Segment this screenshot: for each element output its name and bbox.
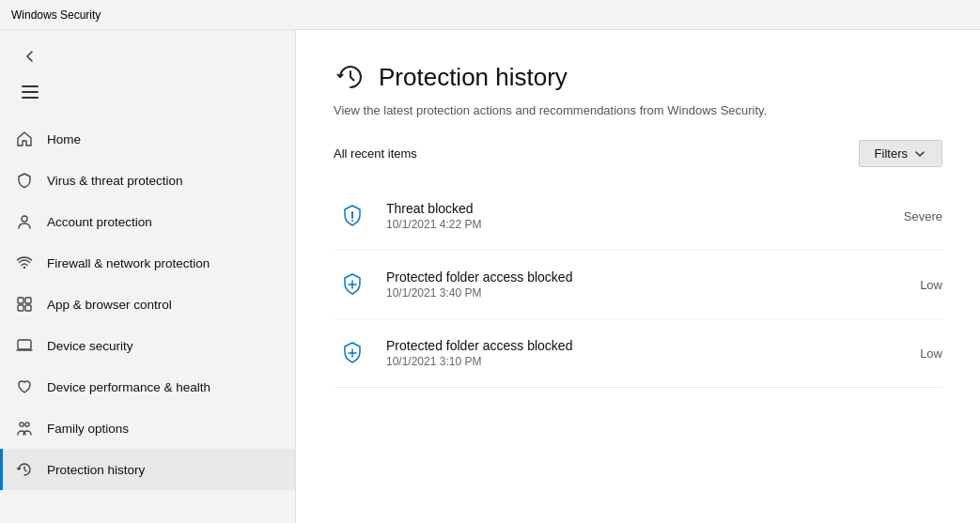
sidebar-item-virus[interactable]: Virus & threat protection <box>0 160 295 201</box>
svg-point-8 <box>25 423 29 426</box>
hamburger-line-2 <box>22 91 39 93</box>
item-severity-0: Severe <box>867 209 942 223</box>
nav-menu: Home Virus & threat protection <box>0 118 295 490</box>
item-info-0: Threat blocked 10/1/2021 4:22 PM <box>386 201 867 231</box>
sidebar-item-app-browser[interactable]: App & browser control <box>0 284 295 325</box>
heart-icon <box>15 377 34 396</box>
sidebar-item-label-protection-history: Protection history <box>47 463 145 477</box>
page-header: Protection history <box>334 60 942 94</box>
svg-point-10 <box>351 220 353 222</box>
item-shield-icon-2 <box>334 334 371 372</box>
item-severity-2: Low <box>867 346 942 361</box>
sidebar-item-label-device-health: Device performance & health <box>47 380 210 394</box>
sidebar-item-label-family: Family options <box>47 422 129 436</box>
history-list: Threat blocked 10/1/2021 4:22 PM Severe … <box>334 182 942 388</box>
sidebar-item-label-home: Home <box>47 132 81 146</box>
home-icon <box>15 130 34 148</box>
sidebar-item-family[interactable]: Family options <box>0 408 295 449</box>
sidebar-item-label-device-security: Device security <box>47 339 133 353</box>
family-icon <box>15 419 34 438</box>
chevron-down-icon <box>913 147 926 161</box>
hamburger-button[interactable] <box>15 77 45 107</box>
svg-rect-3 <box>25 298 31 303</box>
filters-button[interactable]: Filters <box>859 140 942 167</box>
sidebar-item-protection-history[interactable]: Protection history <box>0 449 295 490</box>
items-header: All recent items Filters <box>334 140 942 167</box>
sidebar-item-label-app-browser: App & browser control <box>47 298 172 312</box>
page-title: Protection history <box>379 63 568 92</box>
filters-label: Filters <box>875 146 908 161</box>
history-item-2: Protected folder access blocked 10/1/202… <box>334 319 942 388</box>
app-container: Home Virus & threat protection <box>0 30 980 523</box>
page-subtitle: View the latest protection actions and r… <box>334 103 942 117</box>
svg-rect-6 <box>18 340 31 349</box>
hamburger-line-3 <box>22 97 39 99</box>
main-content: Protection history View the latest prote… <box>296 30 980 523</box>
item-title-0: Threat blocked <box>386 201 867 216</box>
sidebar-item-label-virus: Virus & threat protection <box>47 174 183 188</box>
history-item-1: Protected folder access blocked 10/1/202… <box>334 251 942 319</box>
shield-folder-icon-2 <box>339 340 366 366</box>
app-icon <box>15 295 34 314</box>
svg-rect-2 <box>18 298 23 303</box>
svg-rect-4 <box>18 305 23 311</box>
history-icon <box>15 460 34 479</box>
item-severity-1: Low <box>867 278 942 292</box>
sidebar-item-device-health[interactable]: Device performance & health <box>0 366 295 408</box>
page-history-icon <box>334 60 367 94</box>
svg-point-7 <box>20 423 23 426</box>
sidebar-item-firewall[interactable]: Firewall & network protection <box>0 242 295 284</box>
sidebar-item-account[interactable]: Account protection <box>0 201 295 242</box>
item-shield-icon-0 <box>334 197 371 235</box>
shield-icon <box>15 171 34 190</box>
sidebar-item-device-security[interactable]: Device security <box>0 325 295 366</box>
item-title-2: Protected folder access blocked <box>386 338 867 353</box>
title-bar: Windows Security <box>0 0 980 30</box>
sidebar-top-controls <box>0 38 295 115</box>
item-title-1: Protected folder access blocked <box>386 269 867 285</box>
item-date-0: 10/1/2021 4:22 PM <box>386 218 867 231</box>
svg-point-1 <box>23 267 25 269</box>
back-icon <box>23 49 38 64</box>
wifi-icon <box>15 254 34 272</box>
all-recent-label: All recent items <box>334 146 417 161</box>
item-info-1: Protected folder access blocked 10/1/202… <box>386 269 867 300</box>
item-shield-icon-1 <box>334 266 371 303</box>
sidebar-item-label-account: Account protection <box>47 215 152 229</box>
item-date-1: 10/1/2021 3:40 PM <box>386 286 867 300</box>
item-info-2: Protected folder access blocked 10/1/202… <box>386 338 867 368</box>
item-date-2: 10/1/2021 3:10 PM <box>386 355 867 368</box>
sidebar-item-home[interactable]: Home <box>0 118 295 160</box>
svg-rect-5 <box>25 305 31 311</box>
hamburger-line-1 <box>22 85 39 87</box>
title-bar-text: Windows Security <box>11 8 101 22</box>
history-item-0: Threat blocked 10/1/2021 4:22 PM Severe <box>334 182 942 251</box>
back-button[interactable] <box>15 41 45 71</box>
person-icon <box>15 212 34 231</box>
sidebar-item-label-firewall: Firewall & network protection <box>47 256 210 270</box>
shield-threat-icon <box>339 203 366 229</box>
shield-folder-icon-1 <box>339 271 366 298</box>
sidebar: Home Virus & threat protection <box>0 30 296 523</box>
laptop-icon <box>15 336 34 355</box>
svg-point-0 <box>22 216 27 222</box>
